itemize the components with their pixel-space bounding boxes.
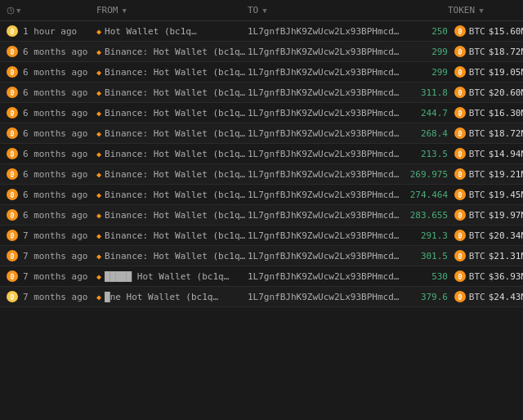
token-label: BTC	[469, 47, 485, 57]
from-address: Binance: Hot Wallet (bc1q…	[105, 149, 245, 159]
token-cell: ₿ BTC $19.21M	[448, 168, 523, 180]
table-row[interactable]: ₿ 1 hour ago ◆ Hot Wallet (bc1q… 1L7gnfB…	[0, 21, 523, 42]
diamond-icon: ◆	[96, 88, 101, 97]
to-cell[interactable]: 1L7gnfBJhK9ZwUcw2Lx93BPHmcd…	[248, 66, 391, 78]
time-cell: ₿ 7 months ago	[7, 291, 96, 302]
token-label: BTC	[469, 169, 485, 180]
amount-cell: 244.7	[391, 108, 448, 118]
to-column-header[interactable]: TO ▼	[248, 5, 391, 16]
from-cell[interactable]: ◆ Binance: Hot Wallet (bc1q…	[96, 190, 248, 200]
table-row[interactable]: ₿ 6 months ago ◆ Binance: Hot Wallet (bc…	[0, 123, 523, 144]
token-label: BTC	[469, 87, 485, 98]
usd-value: $20.60M	[489, 87, 523, 98]
to-address: 1L7gnfBJhK9ZwUcw2Lx93BPHmcd…	[248, 292, 399, 302]
time-value: 6 months ago	[23, 108, 87, 118]
time-cell: ₿ 6 months ago	[7, 168, 96, 180]
diamond-icon: ◆	[96, 170, 101, 179]
usd-value: $19.05M	[489, 67, 523, 78]
from-cell[interactable]: ◆ Binance: Hot Wallet (bc1q…	[96, 169, 248, 180]
from-cell[interactable]: ◆ █ne Hot Wallet (bc1q…	[96, 292, 248, 302]
table-row[interactable]: ₿ 7 months ago ◆ █ne Hot Wallet (bc1q… 1…	[0, 287, 523, 307]
from-cell[interactable]: ◆ Binance: Hot Wallet (bc1q…	[96, 108, 248, 118]
amount-cell: 299	[391, 67, 448, 78]
to-cell[interactable]: 1L7gnfBJhK9ZwUcw2Lx93BPHmcd…	[248, 148, 391, 159]
btc-icon: ₿	[454, 168, 466, 180]
btc-icon: ₿	[454, 270, 466, 282]
btc-icon: ₿	[454, 107, 466, 118]
time-value: 7 months ago	[23, 230, 87, 241]
token-cell: ₿ BTC $20.60M	[448, 87, 523, 98]
to-cell[interactable]: 1L7gnfBJhK9ZwUcw2Lx93BPHmcd…	[248, 230, 391, 241]
btc-icon: ₿	[454, 250, 466, 261]
time-value: 6 months ago	[23, 128, 87, 139]
table-row[interactable]: ₿ 6 months ago ◆ Binance: Hot Wallet (bc…	[0, 185, 523, 205]
to-cell[interactable]: 1L7gnfBJhK9ZwUcw2Lx93BPHmcd…	[248, 87, 391, 98]
amount-cell: 250	[391, 26, 448, 37]
to-address: 1L7gnfBJhK9ZwUcw2Lx93BPHmcd…	[248, 271, 399, 282]
from-address: Binance: Hot Wallet (bc1q…	[105, 251, 245, 261]
token-label: BTC	[469, 67, 485, 78]
amount-cell: 213.5	[391, 149, 448, 159]
diamond-icon: ◆	[96, 252, 101, 261]
table-row[interactable]: ₿ 6 months ago ◆ Binance: Hot Wallet (bc…	[0, 205, 523, 226]
from-cell[interactable]: ◆ Binance: Hot Wallet (bc1q…	[96, 251, 248, 261]
to-cell[interactable]: 1L7gnfBJhK9ZwUcw2Lx93BPHmcd…	[248, 168, 391, 180]
table-row[interactable]: ₿ 6 months ago ◆ Binance: Hot Wallet (bc…	[0, 62, 523, 83]
coin-icon: ₿	[7, 270, 18, 282]
table-row[interactable]: ₿ 6 months ago ◆ Binance: Hot Wallet (bc…	[0, 83, 523, 103]
to-address: 1L7gnfBJhK9ZwUcw2Lx93BPHmcd…	[248, 128, 399, 139]
token-label: BTC	[469, 230, 485, 241]
token-cell: ₿ BTC $14.94M	[448, 148, 523, 159]
from-cell[interactable]: ◆ Binance: Hot Wallet (bc1q…	[96, 149, 248, 159]
table-row[interactable]: ₿ 6 months ago ◆ Binance: Hot Wallet (bc…	[0, 103, 523, 123]
token-label: BTC	[469, 292, 485, 302]
to-cell[interactable]: 1L7gnfBJhK9ZwUcw2Lx93BPHmcd…	[248, 46, 391, 57]
token-cell: ₿ BTC $24.43M	[448, 291, 523, 302]
to-cell[interactable]: 1L7gnfBJhK9ZwUcw2Lx93BPHmcd…	[248, 107, 391, 118]
token-column-header[interactable]: TOKEN ▼	[448, 5, 523, 16]
from-column-header[interactable]: FROM ▼	[96, 5, 248, 16]
token-cell: ₿ BTC $19.05M	[448, 66, 523, 78]
diamond-icon: ◆	[96, 47, 101, 56]
to-cell[interactable]: 1L7gnfBJhK9ZwUcw2Lx93BPHmcd…	[248, 209, 391, 221]
time-cell: ₿ 6 months ago	[7, 189, 96, 200]
from-cell[interactable]: ◆ Binance: Hot Wallet (bc1q…	[96, 87, 248, 98]
to-address: 1L7gnfBJhK9ZwUcw2Lx93BPHmcd…	[248, 169, 399, 180]
diamond-icon: ◆	[96, 68, 101, 77]
from-cell[interactable]: ◆ Binance: Hot Wallet (bc1q…	[96, 210, 248, 221]
token-label: BTC	[469, 210, 485, 221]
diamond-icon: ◆	[96, 293, 101, 302]
from-cell[interactable]: ◆ Binance: Hot Wallet (bc1q…	[96, 47, 248, 57]
to-cell[interactable]: 1L7gnfBJhK9ZwUcw2Lx93BPHmcd…	[248, 127, 391, 139]
time-value: 6 months ago	[23, 149, 87, 159]
to-address: 1L7gnfBJhK9ZwUcw2Lx93BPHmcd…	[248, 87, 399, 98]
coin-icon: ₿	[7, 291, 18, 302]
to-cell[interactable]: 1L7gnfBJhK9ZwUcw2Lx93BPHmcd…	[248, 270, 391, 282]
time-cell: ₿ 6 months ago	[7, 148, 96, 159]
coin-icon: ₿	[7, 25, 18, 37]
from-cell[interactable]: ◆ Binance: Hot Wallet (bc1q…	[96, 67, 248, 78]
from-cell[interactable]: ◆ Hot Wallet (bc1q…	[96, 26, 248, 37]
to-cell[interactable]: 1L7gnfBJhK9ZwUcw2Lx93BPHmcd…	[248, 250, 391, 261]
amount-cell: 299	[391, 47, 448, 57]
time-cell: ₿ 1 hour ago	[7, 25, 96, 37]
table-row[interactable]: ₿ 6 months ago ◆ Binance: Hot Wallet (bc…	[0, 42, 523, 62]
from-cell[interactable]: ◆ Binance: Hot Wallet (bc1q…	[96, 128, 248, 139]
from-cell[interactable]: ◆ Binance: Hot Wallet (bc1q…	[96, 230, 248, 241]
time-value: 6 months ago	[23, 67, 87, 78]
time-value: 7 months ago	[23, 251, 87, 261]
usd-value: $18.72M	[489, 128, 523, 139]
table-row[interactable]: ₿ 7 months ago ◆ Binance: Hot Wallet (bc…	[0, 226, 523, 246]
to-cell[interactable]: 1L7gnfBJhK9ZwUcw2Lx93BPHmcd…	[248, 25, 391, 37]
from-cell[interactable]: ◆ █████ Hot Wallet (bc1q…	[96, 271, 248, 282]
btc-icon: ₿	[454, 46, 466, 57]
to-cell[interactable]: 1L7gnfBJhK9ZwUcw2Lx93BPHmcd…	[248, 291, 391, 302]
table-row[interactable]: ₿ 6 months ago ◆ Binance: Hot Wallet (bc…	[0, 144, 523, 164]
usd-value: $19.97M	[489, 210, 523, 221]
table-row[interactable]: ₿ 7 months ago ◆ Binance: Hot Wallet (bc…	[0, 246, 523, 266]
time-column-header[interactable]: ▼	[7, 7, 96, 15]
table-row[interactable]: ₿ 7 months ago ◆ █████ Hot Wallet (bc1q……	[0, 266, 523, 287]
token-label: BTC	[469, 190, 485, 200]
to-cell[interactable]: 1L7gnfBJhK9ZwUcw2Lx93BPHmcd…	[248, 189, 391, 200]
table-row[interactable]: ₿ 6 months ago ◆ Binance: Hot Wallet (bc…	[0, 164, 523, 185]
